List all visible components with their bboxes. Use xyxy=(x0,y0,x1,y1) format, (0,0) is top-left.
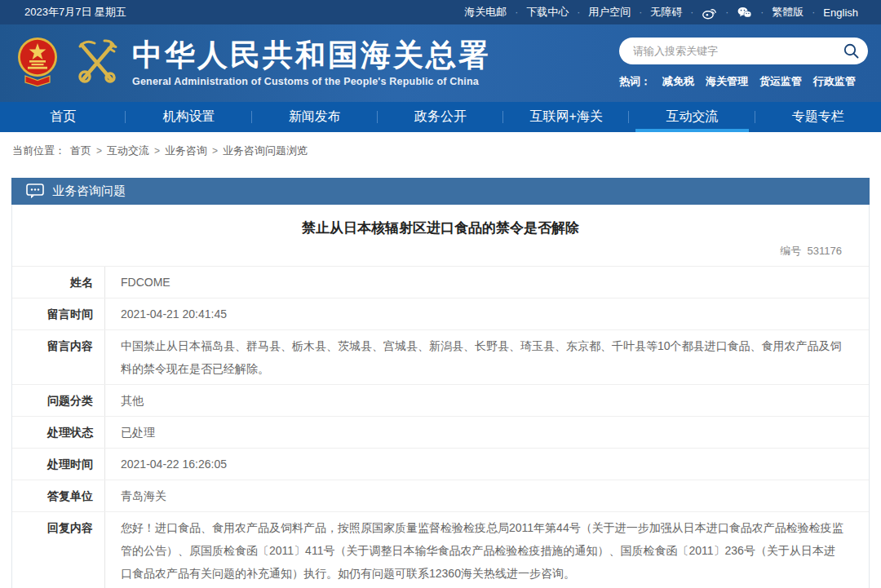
breadcrumb-link-business-inquiry[interactable]: 业务咨询 xyxy=(165,144,207,158)
nav-item-news[interactable]: 新闻发布 xyxy=(252,102,378,132)
breadcrumb-separator: > xyxy=(154,145,160,157)
topbar-link-user-space[interactable]: 用户空间 xyxy=(588,5,631,20)
top-utility-bar: 2023年7月7日 星期五 海关电邮 · 下载中心 · 用户空间 · 无障碍 ·… xyxy=(0,0,881,24)
search-button[interactable] xyxy=(843,42,860,60)
row-label-process-time: 处理时间 xyxy=(12,449,104,480)
breadcrumb-current: 业务咨询问题浏览 xyxy=(223,144,308,158)
hotword-link[interactable]: 海关管理 xyxy=(706,74,748,89)
dot-separator: · xyxy=(725,7,728,18)
row-value-process-time: 2021-04-22 16:26:05 xyxy=(104,449,869,480)
table-row: 留言时间 2021-04-21 20:41:45 xyxy=(12,298,869,329)
breadcrumb-separator: > xyxy=(96,145,102,157)
hotword-link[interactable]: 货运监管 xyxy=(759,74,802,89)
hotword-link[interactable]: 行政监管 xyxy=(813,74,856,89)
panel-title: 业务咨询问题 xyxy=(52,183,126,199)
row-value-reply-content: 您好！进口食品、食用农产品及饲料产品，按照原国家质量监督检验检疫总局2011年第… xyxy=(104,512,869,588)
nav-item-home[interactable]: 首页 xyxy=(0,102,126,132)
hotwords-row: 热词： 减免税 海关管理 货运监管 行政监管 xyxy=(619,74,868,89)
nav-item-internet-customs[interactable]: 互联网+海关 xyxy=(503,102,629,132)
question-number-line: 编号 531176 xyxy=(12,238,869,266)
row-label-message-content: 留言内容 xyxy=(12,330,104,384)
nav-item-special-topics[interactable]: 专题专栏 xyxy=(755,102,881,132)
table-row: 留言内容 中国禁止从日本福岛县、群马县、栃木县、茨城县、宫城县、新潟县、长野县、… xyxy=(12,329,869,384)
search-icon xyxy=(843,42,860,60)
dot-separator: · xyxy=(639,7,642,18)
breadcrumb-separator: > xyxy=(212,145,218,157)
question-title: 禁止从日本核辐射区进口食品的禁令是否解除 xyxy=(12,205,869,238)
brand-text: 中华人民共和国海关总署 General Administration of Cu… xyxy=(132,39,491,88)
site-header: 中华人民共和国海关总署 General Administration of Cu… xyxy=(0,24,881,102)
topbar-links: 海关电邮 · 下载中心 · 用户空间 · 无障碍 · · xyxy=(464,5,858,20)
topbar-link-english[interactable]: English xyxy=(823,7,858,19)
table-row: 处理时间 2021-04-22 16:26:05 xyxy=(12,448,869,480)
number-label: 编号 xyxy=(780,245,801,257)
national-emblem xyxy=(16,36,59,91)
row-label-question-category: 问题分类 xyxy=(12,385,104,416)
table-row: 回复内容 您好！进口食品、食用农产品及饲料产品，按照原国家质量监督检验检疫总局2… xyxy=(12,511,869,588)
nav-item-organization[interactable]: 机构设置 xyxy=(126,102,251,132)
dot-separator: · xyxy=(515,7,518,18)
row-label-message-time: 留言时间 xyxy=(12,298,104,329)
dot-separator: · xyxy=(690,7,693,18)
row-label-reply-unit: 答复单位 xyxy=(12,480,104,511)
table-row: 处理状态 已处理 xyxy=(12,416,869,448)
weibo-icon[interactable] xyxy=(702,6,717,20)
breadcrumb-prefix: 当前位置： xyxy=(12,144,65,158)
table-row: 答复单位 青岛海关 xyxy=(12,480,869,511)
row-value-process-status: 已处理 xyxy=(104,417,869,448)
row-value-question-category: 其他 xyxy=(104,385,869,416)
search-input[interactable] xyxy=(619,38,868,64)
number-value: 531176 xyxy=(808,245,842,257)
main-nav: 首页 机构设置 新闻发布 政务公开 互联网+海关 互动交流 专题专栏 xyxy=(0,102,881,132)
breadcrumb: 当前位置： 首页 > 互动交流 > 业务咨询 > 业务咨询问题浏览 xyxy=(0,132,881,158)
breadcrumb-link-home[interactable]: 首页 xyxy=(70,144,91,158)
search-box xyxy=(619,38,868,64)
row-value-message-content: 中国禁止从日本福岛县、群马县、栃木县、茨城县、宫城县、新潟县、长野县、琦玉县、东… xyxy=(104,330,869,384)
topbar-link-customs-mail[interactable]: 海关电邮 xyxy=(464,5,507,20)
chat-bubble-icon xyxy=(26,183,44,199)
topbar-link-traditional-chinese[interactable]: 繁體版 xyxy=(772,5,804,20)
row-value-reply-unit: 青岛海关 xyxy=(104,480,869,511)
inquiry-panel: 业务咨询问题 禁止从日本核辐射区进口食品的禁令是否解除 编号 531176 姓名… xyxy=(11,178,870,588)
customs-key-emblem xyxy=(70,35,124,92)
hotwords-label: 热词： xyxy=(619,74,651,89)
nav-item-interaction[interactable]: 互动交流 xyxy=(629,102,755,132)
panel-header: 业务咨询问题 xyxy=(11,178,870,205)
row-value-message-time: 2021-04-21 20:41:45 xyxy=(104,298,869,329)
current-date: 2023年7月7日 星期五 xyxy=(24,5,126,20)
site-title: 中华人民共和国海关总署 xyxy=(132,39,491,73)
row-label-reply-content: 回复内容 xyxy=(12,512,104,588)
dot-separator: · xyxy=(577,7,580,18)
table-row: 姓名 FDCOME xyxy=(12,266,869,298)
site-brand[interactable]: 中华人民共和国海关总署 General Administration of Cu… xyxy=(16,35,491,92)
wechat-icon[interactable] xyxy=(737,6,752,19)
row-label-process-status: 处理状态 xyxy=(12,417,104,448)
row-label-name: 姓名 xyxy=(12,267,104,298)
dot-separator: · xyxy=(812,7,815,18)
nav-item-government-affairs[interactable]: 政务公开 xyxy=(378,102,503,132)
topbar-link-download-center[interactable]: 下载中心 xyxy=(526,5,569,20)
panel-body: 禁止从日本核辐射区进口食品的禁令是否解除 编号 531176 姓名 FDCOME… xyxy=(11,205,870,588)
header-search-area: 热词： 减免税 海关管理 货运监管 行政监管 xyxy=(619,38,868,89)
topbar-link-accessibility[interactable]: 无障碍 xyxy=(650,5,682,20)
breadcrumb-link-interaction[interactable]: 互动交流 xyxy=(107,144,149,158)
table-row: 问题分类 其他 xyxy=(12,384,869,416)
row-value-name: FDCOME xyxy=(104,267,869,298)
hotword-link[interactable]: 减免税 xyxy=(662,74,694,89)
dot-separator: · xyxy=(760,7,764,18)
site-subtitle: General Administration of Customs of the… xyxy=(132,76,491,87)
